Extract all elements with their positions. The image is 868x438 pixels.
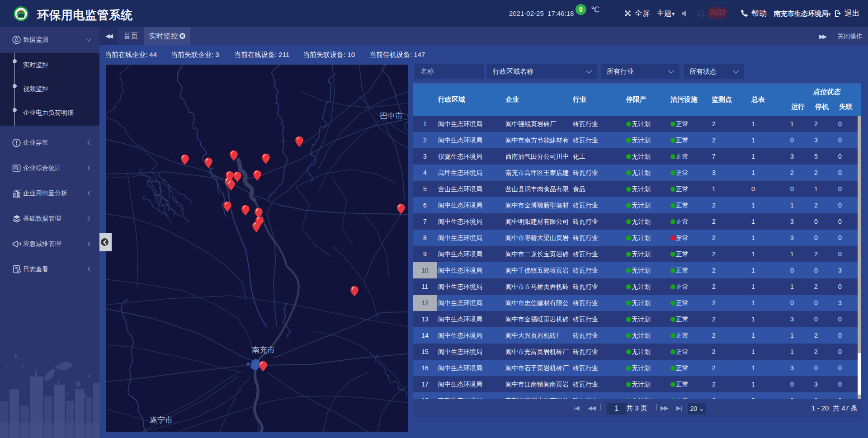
- svg-text:巴中市: 巴中市: [380, 112, 403, 120]
- svg-text:南充市: 南充市: [252, 346, 275, 354]
- svg-text:遂宁市: 遂宁市: [150, 416, 173, 424]
